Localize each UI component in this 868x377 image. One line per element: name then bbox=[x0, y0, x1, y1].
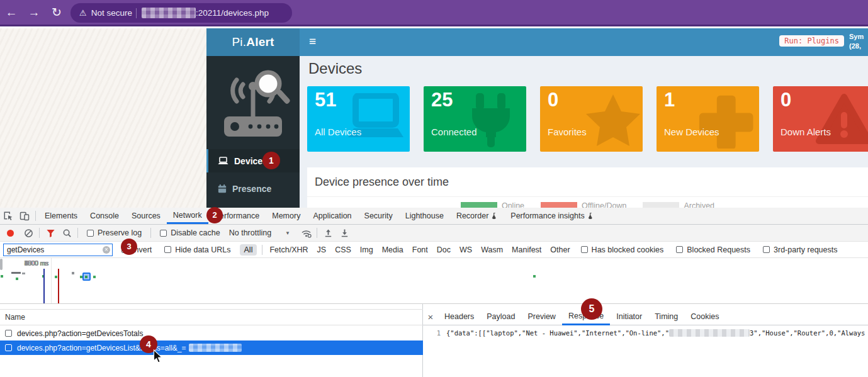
separator bbox=[317, 228, 317, 238]
record-button[interactable] bbox=[7, 230, 14, 237]
network-overview-timeline[interactable]: 500 ms1000 ms1500 ms2000 ms2500 ms3000 m… bbox=[0, 258, 868, 304]
request-checkbox[interactable] bbox=[5, 330, 12, 337]
network-conditions-icon[interactable] bbox=[298, 225, 314, 241]
url-port-path[interactable]: :20211/devices.php bbox=[196, 8, 269, 18]
resource-type-filter[interactable]: Doc bbox=[437, 245, 451, 254]
redacted-response-value bbox=[669, 329, 750, 337]
run-plugins-button[interactable]: Run: Plugins bbox=[779, 35, 844, 47]
separator bbox=[39, 228, 40, 238]
devtools-tab-console[interactable]: Console bbox=[84, 208, 125, 224]
resource-type-filter[interactable]: Img bbox=[360, 245, 373, 254]
resource-type-filter[interactable]: Manifest bbox=[512, 245, 541, 254]
screenshot-canvas: ← → ↻ ⚠ Not secure :20211/devices.php Pi… bbox=[0, 0, 868, 377]
close-icon[interactable]: × bbox=[423, 312, 438, 322]
address-separator bbox=[136, 8, 137, 18]
import-har-icon[interactable] bbox=[320, 225, 336, 241]
resource-type-filter[interactable]: WS bbox=[459, 245, 472, 254]
disable-cache-checkbox[interactable]: Disable cache bbox=[160, 228, 220, 237]
hide-data-urls-checkbox[interactable]: Hide data URLs bbox=[164, 245, 230, 254]
annotation-3: 3 bbox=[121, 239, 137, 255]
card-down-alerts[interactable]: 0 Down Alerts bbox=[773, 86, 868, 152]
annotation-2: 2 bbox=[206, 207, 223, 223]
devtools-tabbar: Elements Console Sources Network Perform… bbox=[0, 208, 868, 225]
has-blocked-cookies-checkbox[interactable]: Has blocked cookies bbox=[581, 245, 664, 254]
resource-type-filter[interactable]: Font bbox=[412, 245, 428, 254]
card-value: 0 bbox=[781, 89, 791, 111]
card-favorites[interactable]: 0 Favorites bbox=[540, 86, 643, 152]
back-icon[interactable]: ← bbox=[0, 6, 23, 20]
search-icon[interactable] bbox=[59, 225, 75, 241]
request-name: devices.php?action=getDevicesTotals bbox=[17, 329, 143, 338]
annotation-1: 1 bbox=[262, 152, 280, 169]
forward-icon[interactable]: → bbox=[23, 6, 45, 20]
redacted-query-value bbox=[189, 344, 242, 352]
plug-icon bbox=[465, 93, 517, 147]
devtools-tab-performance-insights[interactable]: Performance insights bbox=[504, 208, 600, 224]
resource-type-filter[interactable]: Wasm bbox=[481, 245, 503, 254]
reload-icon[interactable]: ↻ bbox=[45, 5, 68, 20]
third-party-requests-checkbox[interactable]: 3rd-party requests bbox=[763, 245, 837, 254]
detail-tab-timing[interactable]: Timing bbox=[648, 308, 684, 325]
resource-type-filter[interactable]: JS bbox=[317, 245, 327, 254]
device-toolbar-icon[interactable] bbox=[16, 208, 33, 224]
response-body-line[interactable]: 1 {"data":[["laptop","Net - Huawei","Int… bbox=[423, 329, 868, 337]
preserve-log-checkbox[interactable]: Preserve log bbox=[87, 228, 142, 237]
filter-all-chip[interactable]: All bbox=[240, 244, 257, 256]
address-bar[interactable]: ⚠ Not secure :20211/devices.php bbox=[70, 3, 292, 23]
sidebar-item-devices[interactable]: Devices bbox=[206, 149, 300, 172]
devtools-tab-lighthouse[interactable]: Lighthouse bbox=[399, 208, 450, 224]
app-brand[interactable]: Pi.Alert bbox=[206, 28, 300, 56]
brand-prefix: Pi. bbox=[232, 35, 246, 49]
clear-filter-icon[interactable]: × bbox=[103, 246, 110, 254]
sidebar-toggle-icon[interactable]: ≡ bbox=[309, 37, 319, 46]
devtools-tab-application[interactable]: Application bbox=[307, 208, 358, 224]
devtools-tab-memory[interactable]: Memory bbox=[266, 208, 307, 224]
request-row-selected[interactable]: devices.php?action=getDevicesList&status… bbox=[0, 340, 423, 355]
request-list: Name devices.php?action=getDevicesTotals… bbox=[0, 304, 423, 377]
star-icon bbox=[585, 93, 641, 147]
devtools-tab-recorder[interactable]: Recorder bbox=[450, 208, 504, 224]
inspect-element-icon[interactable] bbox=[0, 208, 16, 224]
filter-input[interactable]: × bbox=[3, 244, 113, 256]
detail-tab-cookies[interactable]: Cookies bbox=[684, 308, 725, 325]
archived-swatch bbox=[643, 202, 679, 208]
resource-type-filter[interactable]: Media bbox=[382, 245, 403, 254]
sidebar-item-presence[interactable]: Presence bbox=[206, 177, 300, 200]
domcontentloaded-marker bbox=[43, 269, 45, 304]
not-secure-label[interactable]: Not secure bbox=[91, 8, 132, 18]
legend-offline-down: Offline/Down bbox=[541, 201, 626, 208]
card-connected[interactable]: 25 Connected bbox=[424, 86, 526, 152]
request-row[interactable]: devices.php?action=getDevicesTotals bbox=[0, 326, 423, 340]
presence-legend: Online Offline/Down Archived bbox=[307, 201, 868, 208]
not-secure-warning-icon: ⚠ bbox=[79, 8, 87, 18]
resource-type-filter[interactable]: Other bbox=[550, 245, 570, 254]
request-detail-pane: × Headers Payload Preview Response Initi… bbox=[423, 304, 868, 377]
devtools-tab-network[interactable]: Network bbox=[167, 208, 208, 224]
pialert-logo bbox=[215, 61, 291, 147]
resource-type-filter[interactable]: Fetch/XHR bbox=[269, 245, 308, 254]
selected-request-marker bbox=[82, 273, 91, 281]
devtools-tab-sources[interactable]: Sources bbox=[125, 208, 167, 224]
export-har-icon[interactable] bbox=[336, 225, 352, 241]
blocked-requests-checkbox[interactable]: Blocked Requests bbox=[676, 245, 750, 254]
card-all-devices[interactable]: 51 All Devices bbox=[307, 86, 410, 152]
request-dot bbox=[72, 272, 74, 274]
detail-tab-preview[interactable]: Preview bbox=[521, 308, 561, 325]
devtools-tab-elements[interactable]: Elements bbox=[38, 208, 84, 224]
detail-tab-headers[interactable]: Headers bbox=[438, 308, 480, 325]
request-checkbox[interactable] bbox=[5, 344, 12, 351]
detail-tab-payload[interactable]: Payload bbox=[480, 308, 521, 325]
detail-tab-initiator[interactable]: Initiator bbox=[610, 308, 648, 325]
filter-text-field[interactable] bbox=[4, 245, 98, 254]
overview-scroll-handle[interactable] bbox=[0, 259, 3, 270]
card-value: 1 bbox=[664, 89, 675, 111]
request-list-header[interactable]: Name bbox=[0, 309, 423, 325]
card-new-devices[interactable]: 1 New Devices bbox=[657, 86, 759, 152]
presence-panel: Device presence over time Online Offline… bbox=[307, 167, 868, 208]
throttling-select[interactable]: No throttling ▼ bbox=[229, 228, 290, 237]
resource-type-filter[interactable]: CSS bbox=[335, 245, 351, 254]
filter-funnel-icon[interactable] bbox=[42, 225, 59, 241]
devtools-tab-security[interactable]: Security bbox=[358, 208, 399, 224]
legend-archived: Archived bbox=[643, 201, 714, 208]
clear-network-log-icon[interactable] bbox=[20, 225, 37, 241]
